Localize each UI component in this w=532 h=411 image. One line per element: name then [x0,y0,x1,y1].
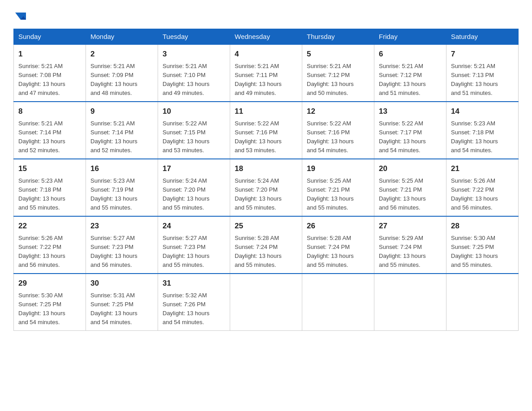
weekday-header-thursday: Thursday [302,29,374,45]
day-info: Sunrise: 5:21 AMSunset: 7:09 PMDaylight:… [90,63,137,96]
day-info: Sunrise: 5:21 AMSunset: 7:08 PMDaylight:… [18,63,65,96]
calendar-cell: 26 Sunrise: 5:28 AMSunset: 7:24 PMDaylig… [302,216,374,274]
week-row-5: 29 Sunrise: 5:30 AMSunset: 7:25 PMDaylig… [14,274,519,331]
day-number: 27 [379,220,442,232]
weekday-header-sunday: Sunday [14,29,86,45]
weekday-header-friday: Friday [374,29,446,45]
day-number: 15 [18,163,81,175]
day-number: 7 [451,48,514,60]
calendar-cell: 3 Sunrise: 5:21 AMSunset: 7:10 PMDayligh… [158,44,230,102]
day-info: Sunrise: 5:29 AMSunset: 7:24 PMDaylight:… [379,235,426,268]
day-number: 12 [307,106,369,117]
day-number: 4 [235,48,297,60]
day-number: 1 [18,48,81,60]
calendar-cell: 20 Sunrise: 5:25 AMSunset: 7:21 PMDaylig… [374,159,446,216]
calendar-cell: 7 Sunrise: 5:21 AMSunset: 7:13 PMDayligh… [446,44,519,102]
day-number: 20 [379,163,442,175]
calendar-cell: 17 Sunrise: 5:24 AMSunset: 7:20 PMDaylig… [158,159,230,216]
day-number: 2 [90,48,153,60]
day-info: Sunrise: 5:27 AMSunset: 7:23 PMDaylight:… [90,235,137,268]
day-number: 3 [163,48,225,60]
day-info: Sunrise: 5:23 AMSunset: 7:18 PMDaylight:… [451,120,498,154]
day-info: Sunrise: 5:22 AMSunset: 7:17 PMDaylight:… [379,120,426,154]
page-header [13,9,519,24]
day-info: Sunrise: 5:23 AMSunset: 7:18 PMDaylight:… [18,177,65,211]
calendar-cell: 15 Sunrise: 5:23 AMSunset: 7:18 PMDaylig… [14,159,86,216]
day-number: 9 [90,106,153,117]
calendar-cell: 6 Sunrise: 5:21 AMSunset: 7:12 PMDayligh… [374,44,446,102]
day-info: Sunrise: 5:21 AMSunset: 7:12 PMDaylight:… [379,63,426,96]
day-number: 24 [163,220,225,232]
calendar-cell: 9 Sunrise: 5:21 AMSunset: 7:14 PMDayligh… [86,102,158,159]
day-info: Sunrise: 5:32 AMSunset: 7:26 PMDaylight:… [163,292,210,325]
day-number: 16 [90,163,153,175]
calendar-cell: 24 Sunrise: 5:27 AMSunset: 7:23 PMDaylig… [158,216,230,274]
day-info: Sunrise: 5:21 AMSunset: 7:13 PMDaylight:… [451,63,498,96]
calendar-cell: 25 Sunrise: 5:28 AMSunset: 7:24 PMDaylig… [230,216,302,274]
calendar-cell: 11 Sunrise: 5:22 AMSunset: 7:16 PMDaylig… [230,102,302,159]
day-info: Sunrise: 5:21 AMSunset: 7:12 PMDaylight:… [307,63,354,96]
day-number: 23 [90,220,153,232]
day-number: 22 [18,220,81,232]
calendar-cell [374,274,446,331]
day-number: 11 [235,106,297,117]
calendar-cell: 19 Sunrise: 5:25 AMSunset: 7:21 PMDaylig… [302,159,374,216]
day-info: Sunrise: 5:23 AMSunset: 7:19 PMDaylight:… [90,177,137,211]
day-number: 26 [307,220,369,232]
calendar-cell: 28 Sunrise: 5:30 AMSunset: 7:25 PMDaylig… [446,216,519,274]
day-info: Sunrise: 5:30 AMSunset: 7:25 PMDaylight:… [451,235,498,268]
calendar-cell [230,274,302,331]
day-info: Sunrise: 5:28 AMSunset: 7:24 PMDaylight:… [235,235,282,268]
calendar-cell: 1 Sunrise: 5:21 AMSunset: 7:08 PMDayligh… [14,44,86,102]
calendar-cell: 13 Sunrise: 5:22 AMSunset: 7:17 PMDaylig… [374,102,446,159]
calendar-cell: 10 Sunrise: 5:22 AMSunset: 7:15 PMDaylig… [158,102,230,159]
calendar-cell [446,274,519,331]
week-row-2: 8 Sunrise: 5:21 AMSunset: 7:14 PMDayligh… [14,102,519,159]
weekday-header-row: SundayMondayTuesdayWednesdayThursdayFrid… [14,29,519,45]
weekday-header-monday: Monday [86,29,158,45]
week-row-1: 1 Sunrise: 5:21 AMSunset: 7:08 PMDayligh… [14,44,519,102]
day-info: Sunrise: 5:21 AMSunset: 7:11 PMDaylight:… [235,63,282,96]
day-info: Sunrise: 5:26 AMSunset: 7:22 PMDaylight:… [18,235,65,268]
day-info: Sunrise: 5:25 AMSunset: 7:21 PMDaylight:… [307,177,354,211]
day-info: Sunrise: 5:25 AMSunset: 7:21 PMDaylight:… [379,177,426,211]
day-info: Sunrise: 5:21 AMSunset: 7:10 PMDaylight:… [163,63,210,96]
day-info: Sunrise: 5:22 AMSunset: 7:15 PMDaylight:… [163,120,210,154]
calendar-cell: 29 Sunrise: 5:30 AMSunset: 7:25 PMDaylig… [14,274,86,331]
day-info: Sunrise: 5:22 AMSunset: 7:16 PMDaylight:… [235,120,282,154]
calendar-cell: 14 Sunrise: 5:23 AMSunset: 7:18 PMDaylig… [446,102,519,159]
calendar-cell: 18 Sunrise: 5:24 AMSunset: 7:20 PMDaylig… [230,159,302,216]
day-info: Sunrise: 5:24 AMSunset: 7:20 PMDaylight:… [163,177,210,211]
calendar-cell: 16 Sunrise: 5:23 AMSunset: 7:19 PMDaylig… [86,159,158,216]
day-info: Sunrise: 5:21 AMSunset: 7:14 PMDaylight:… [90,120,137,154]
day-number: 29 [18,278,81,289]
day-number: 18 [235,163,297,175]
day-info: Sunrise: 5:26 AMSunset: 7:22 PMDaylight:… [451,177,498,211]
day-number: 8 [18,106,81,117]
week-row-4: 22 Sunrise: 5:26 AMSunset: 7:22 PMDaylig… [14,216,519,274]
weekday-header-wednesday: Wednesday [230,29,302,45]
weekday-header-tuesday: Tuesday [158,29,230,45]
calendar-cell: 2 Sunrise: 5:21 AMSunset: 7:09 PMDayligh… [86,44,158,102]
calendar-cell: 4 Sunrise: 5:21 AMSunset: 7:11 PMDayligh… [230,44,302,102]
day-number: 14 [451,106,514,117]
day-number: 5 [307,48,369,60]
weekday-header-saturday: Saturday [446,29,519,45]
day-info: Sunrise: 5:31 AMSunset: 7:25 PMDaylight:… [90,292,137,325]
day-number: 21 [451,163,514,175]
day-number: 10 [163,106,225,117]
day-number: 30 [90,278,153,289]
day-info: Sunrise: 5:24 AMSunset: 7:20 PMDaylight:… [235,177,282,211]
day-number: 13 [379,106,442,117]
day-number: 28 [451,220,514,232]
calendar-table: SundayMondayTuesdayWednesdayThursdayFrid… [13,29,519,331]
day-number: 31 [163,278,225,289]
calendar-cell: 21 Sunrise: 5:26 AMSunset: 7:22 PMDaylig… [446,159,519,216]
calendar-cell: 23 Sunrise: 5:27 AMSunset: 7:23 PMDaylig… [86,216,158,274]
day-info: Sunrise: 5:22 AMSunset: 7:16 PMDaylight:… [307,120,354,154]
day-info: Sunrise: 5:28 AMSunset: 7:24 PMDaylight:… [307,235,354,268]
day-number: 6 [379,48,442,60]
day-number: 25 [235,220,297,232]
calendar-cell: 5 Sunrise: 5:21 AMSunset: 7:12 PMDayligh… [302,44,374,102]
calendar-cell: 31 Sunrise: 5:32 AMSunset: 7:26 PMDaylig… [158,274,230,331]
